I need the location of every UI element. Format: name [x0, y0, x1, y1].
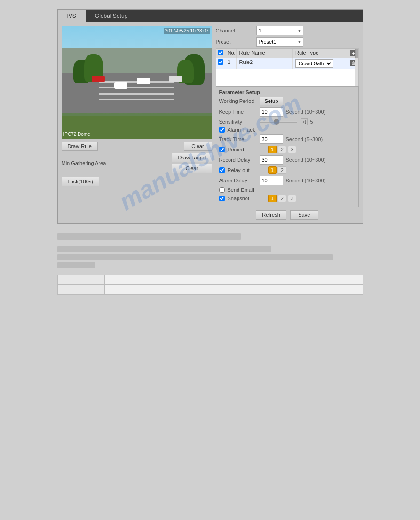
table-cell-left-1 [58, 275, 105, 284]
channel-dropdown-wrapper: 1 [256, 26, 303, 35]
camera-feed: 2017-08-25 10:28:07 IPC72 Dome [62, 26, 212, 139]
keep-time-unit: Second (10~300) [286, 109, 326, 115]
relay-badge-1[interactable]: 1 [268, 166, 277, 174]
working-period-row: Working Period Setup [219, 97, 356, 105]
left-side: 2017-08-25 10:28:07 IPC72 Dome Draw Rule… [62, 26, 212, 220]
keep-time-row: Keep Time Second (10~300) [219, 107, 356, 117]
channel-dropdown[interactable]: 1 [256, 26, 303, 35]
relay-out-row: Relay-out 1 2 [219, 166, 356, 174]
lock-area: Lock(180s) [62, 177, 212, 186]
row-checkbox[interactable] [218, 59, 223, 65]
text-line-2 [57, 254, 333, 260]
gray-bar-1 [57, 233, 241, 240]
crosswalk-line [99, 87, 174, 88]
param-setup-title: Parameter Setup [219, 89, 356, 95]
snapshot-badge-1[interactable]: 1 [268, 195, 277, 202]
alarm-delay-label: Alarm Delay [219, 178, 257, 183]
gather-label: Min Gathering Area [62, 160, 106, 166]
rule-type-dropdown[interactable]: Crowd Gatherin [295, 59, 333, 68]
draw-target-button[interactable]: Draw Target [172, 153, 212, 162]
save-button[interactable]: Save [290, 210, 318, 220]
alarm-track-row: Alarm Track [219, 127, 356, 133]
rule-data-row: 1 Rule2 Crowd Gatherin 🗑 [216, 58, 358, 69]
clear-button-2[interactable]: Clear [172, 164, 212, 173]
draw-rule-row: Draw Rule Clear [62, 142, 212, 151]
header-checkbox[interactable] [218, 50, 223, 55]
table-row-2 [58, 285, 363, 294]
tab-ivs[interactable]: IVS [58, 10, 86, 22]
main-panel: IVS Global Setup [57, 9, 363, 224]
lock-button[interactable]: Lock(180s) [62, 177, 99, 186]
send-email-row: Send Email [219, 187, 356, 193]
table-cell-right-1 [105, 275, 363, 284]
right-side: Channel 1 Preset Preset1 [216, 26, 359, 220]
refresh-button[interactable]: Refresh [256, 210, 286, 220]
track-time-row: Track Time Second (5~300) [219, 134, 356, 144]
alarm-delay-unit: Second (10~300) [286, 178, 326, 183]
alarm-track-checkbox[interactable] [219, 127, 225, 133]
record-badge-3[interactable]: 3 [288, 146, 296, 153]
camera-timestamp: 2017-08-25 10:28:07 [164, 28, 210, 34]
setup-button[interactable]: Setup [260, 97, 284, 105]
crosswalk-line [99, 99, 174, 100]
col-name-header: Rule Name [237, 49, 293, 58]
small-bar-1 [57, 262, 95, 268]
snapshot-row: Snapshot 1 2 3 [219, 195, 356, 202]
record-delay-input[interactable] [260, 155, 283, 165]
preset-row: Preset Preset1 [216, 37, 359, 47]
text-block-1 [57, 246, 363, 268]
table-row-1 [58, 275, 363, 285]
scrollbar[interactable] [355, 49, 358, 86]
send-email-label: Send Email [228, 187, 265, 193]
keep-time-label: Keep Time [219, 109, 257, 115]
snapshot-checkbox[interactable] [219, 196, 225, 201]
record-badge-1[interactable]: 1 [268, 146, 277, 153]
bottom-section [57, 233, 363, 295]
snapshot-badge-2[interactable]: 2 [278, 195, 286, 202]
alarm-delay-input[interactable] [260, 176, 283, 185]
rules-list-area: No. Rule Name Rule Type + [216, 48, 359, 86]
track-time-input[interactable] [260, 134, 283, 144]
preset-dropdown[interactable]: Preset1 [256, 37, 303, 47]
row-type: Crowd Gatherin [293, 58, 349, 69]
tab-bar: IVS Global Setup [58, 10, 363, 22]
table-cell-right-2 [105, 285, 363, 294]
send-email-checkbox[interactable] [219, 187, 225, 193]
row-checkbox-col [216, 58, 225, 69]
snapshot-badge-3[interactable]: 3 [288, 195, 296, 202]
keep-time-input[interactable] [260, 107, 283, 117]
draw-rule-button[interactable]: Draw Rule [62, 142, 98, 151]
relay-out-checkbox[interactable] [219, 167, 225, 173]
car-red [92, 76, 105, 82]
scene [62, 26, 212, 139]
gather-area: Min Gathering Area Draw Target Clear [62, 153, 212, 173]
slider-container [260, 121, 297, 123]
record-row: Record 1 2 3 [219, 146, 356, 153]
sensitivity-slider[interactable] [260, 121, 297, 123]
sensitivity-decrease[interactable]: ◁ [301, 118, 308, 125]
record-badge-2[interactable]: 2 [278, 146, 286, 153]
crosswalk-line [99, 93, 174, 95]
relay-badge-2[interactable]: 2 [278, 166, 286, 174]
text-line-1 [57, 246, 271, 252]
relay-out-label: Relay-out [228, 167, 265, 173]
clear-button-1[interactable]: Clear [184, 142, 212, 151]
channel-row: Channel 1 [216, 26, 359, 35]
car-white-2 [114, 82, 127, 89]
scrollbar-thumb [355, 49, 358, 58]
record-delay-label: Record Delay [219, 157, 257, 163]
sensitivity-row: Sensitivity ◁ 5 [219, 118, 356, 125]
record-delay-row: Record Delay Second (10~300) [219, 155, 356, 165]
snapshot-badge-row: 1 2 3 [268, 195, 296, 202]
record-delay-unit: Second (10~300) [286, 157, 326, 163]
preset-dropdown-wrapper: Preset1 [256, 37, 303, 47]
record-label: Record [228, 147, 265, 152]
alarm-track-label: Alarm Track [228, 127, 265, 133]
parameter-setup-group: Parameter Setup Working Period Setup Kee… [216, 86, 359, 207]
working-period-label: Working Period [219, 98, 257, 104]
tab-global-setup[interactable]: Global Setup [86, 10, 137, 22]
record-checkbox[interactable] [219, 147, 225, 152]
alarm-delay-row: Alarm Delay Second (10~300) [219, 176, 356, 185]
sensitivity-value: 5 [310, 119, 313, 125]
rules-list-header: No. Rule Name Rule Type + [216, 49, 358, 58]
